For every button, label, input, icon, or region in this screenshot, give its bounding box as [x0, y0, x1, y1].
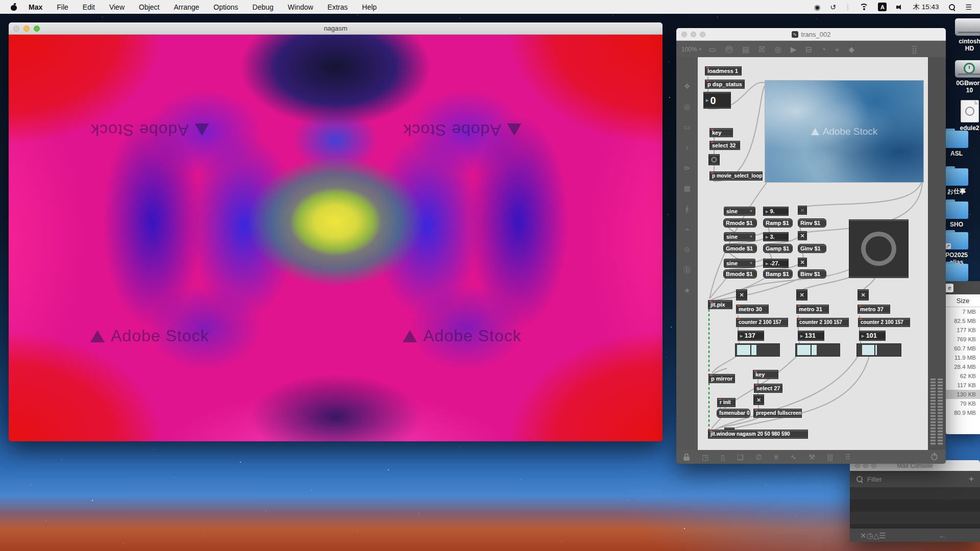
- umenu-green[interactable]: sine▼: [724, 232, 755, 241]
- desktop-icon-oshigoto[interactable]: お仕事: [942, 168, 971, 195]
- jitter-icon[interactable]: ⊳: [684, 164, 690, 171]
- gmode-message[interactable]: Gmode $1: [723, 244, 757, 253]
- wifi-icon[interactable]: [860, 4, 868, 10]
- float-box-red[interactable]: ▶9.: [763, 207, 789, 216]
- plug-icon[interactable]: ⌁: [685, 226, 689, 233]
- clear-console-icon[interactable]: ✕: [860, 532, 867, 539]
- bamp-message[interactable]: Bamp $1: [763, 269, 793, 279]
- file-size-cell[interactable]: 177 KB: [946, 325, 980, 335]
- float-box-blue[interactable]: ▶-27.: [763, 259, 789, 268]
- file-size-cell[interactable]: 82.5 MB: [946, 316, 980, 325]
- favorites-star-icon[interactable]: ★: [684, 287, 691, 294]
- bmode-message[interactable]: Bmode $1: [723, 269, 757, 279]
- comment-icon[interactable]: ▤: [742, 45, 749, 53]
- metro-30-object[interactable]: metro 30: [736, 305, 769, 314]
- notification-center-icon[interactable]: ☰: [965, 4, 972, 11]
- layers-icon[interactable]: ❏: [737, 454, 744, 461]
- kslider-icon[interactable]: ⠿: [845, 454, 850, 461]
- menu-item[interactable]: View: [109, 3, 125, 11]
- desktop-icon-macintosh-hd[interactable]: cintosh HD: [950, 18, 980, 52]
- desktop-icon-asl[interactable]: ASL: [942, 131, 971, 157]
- large-bang-button[interactable]: [849, 219, 909, 278]
- wrench-icon[interactable]: ⚒: [808, 454, 815, 461]
- grid-icon[interactable]: #: [774, 454, 778, 461]
- patcher-frame-icon[interactable]: ▭: [709, 45, 716, 53]
- plus-icon[interactable]: +: [835, 45, 840, 53]
- patcher-canvas[interactable]: loadmess 1 p dsp_status ▶0 key select 32…: [698, 57, 928, 450]
- patchcords-icon[interactable]: ∿: [791, 454, 797, 461]
- clock-icon[interactable]: ◷: [867, 532, 873, 539]
- file-size-cell[interactable]: 130 KB: [946, 390, 980, 399]
- menu-item[interactable]: Extras: [328, 3, 348, 11]
- rmode-message[interactable]: Rmode $1: [723, 218, 757, 228]
- select27-object[interactable]: select 27: [754, 384, 782, 393]
- toggle-metro-3[interactable]: ✕: [857, 289, 869, 300]
- toggle-metro-2[interactable]: ✕: [796, 289, 807, 300]
- gamp-message[interactable]: Gamp $1: [763, 244, 793, 253]
- desktop-icon-schedule[interactable]: edule2: [950, 100, 980, 132]
- vizzie-icon[interactable]: ⊙: [684, 246, 690, 253]
- message-icon[interactable]: ⓜ: [725, 45, 733, 53]
- nagasm-titlebar[interactable]: nagasm: [9, 22, 663, 35]
- filter-input[interactable]: Filter: [867, 475, 882, 483]
- beap-icon[interactable]: ⓑ: [683, 266, 691, 273]
- apple-menu-icon[interactable]: [10, 4, 17, 11]
- back-arrow-icon[interactable]: ←: [939, 532, 946, 539]
- menu-item[interactable]: Debug: [253, 3, 274, 11]
- menu-item[interactable]: Object: [139, 3, 159, 11]
- desktop-icon-po2025[interactable]: ↗ PO2025 alias: [942, 232, 971, 266]
- desktop-icon-folder-partial[interactable]: [942, 264, 971, 283]
- mixer-icon[interactable]: |||: [827, 454, 833, 461]
- desktop-icon-gbwork[interactable]: 0GBwork 10: [950, 60, 980, 94]
- jit-pwindow-preview[interactable]: Adobe Stock: [765, 80, 924, 183]
- toggle-red[interactable]: ✕: [798, 206, 807, 215]
- movie-select-loop-subpatcher[interactable]: p movie_select_loop: [709, 171, 763, 181]
- counter-object-2[interactable]: counter 2 100 157: [797, 318, 849, 327]
- warning-icon[interactable]: △: [873, 532, 879, 539]
- umenu-blue[interactable]: sine▼: [724, 259, 755, 268]
- power-icon[interactable]: [931, 454, 938, 460]
- jit-pix-object[interactable]: jit.pix: [708, 300, 732, 309]
- rinv-message[interactable]: Rinv $1: [798, 218, 826, 228]
- counter-object-1[interactable]: counter 2 100 157: [736, 318, 788, 327]
- button-icon[interactable]: ◎: [775, 45, 781, 53]
- object-grid-icon[interactable]: ⣿: [912, 45, 917, 53]
- key-object[interactable]: key: [709, 128, 733, 137]
- console-log-area[interactable]: [850, 487, 980, 529]
- dsp-status-subpatcher[interactable]: p dsp_status: [705, 80, 745, 89]
- key-object-2[interactable]: key: [753, 370, 778, 379]
- ginv-message[interactable]: Ginv $1: [798, 244, 826, 253]
- screen-record-icon[interactable]: ◉: [814, 4, 820, 11]
- midi-icon[interactable]: ♪: [685, 144, 689, 151]
- toggle-blue[interactable]: ✕: [798, 258, 807, 267]
- time-machine-icon[interactable]: ↺: [830, 4, 836, 11]
- menu-clock[interactable]: 木 15:43: [913, 3, 939, 12]
- bluetooth-icon[interactable]: ᛒ: [846, 4, 850, 11]
- menu-item[interactable]: Edit: [83, 3, 95, 11]
- toggle-fullscreen[interactable]: ✕: [753, 394, 764, 405]
- metro-37-object[interactable]: metro 37: [857, 305, 890, 314]
- menu-item[interactable]: Options: [213, 3, 238, 11]
- float-box-green[interactable]: ▶3.: [763, 232, 789, 241]
- volume-icon[interactable]: [896, 4, 903, 10]
- dial-icon[interactable]: ◔: [821, 45, 826, 53]
- search-field-fragment[interactable]: e: [946, 284, 953, 292]
- max-objects-icon[interactable]: ❖: [684, 83, 691, 90]
- number-box-131[interactable]: ▶131: [798, 331, 824, 341]
- toggle-green[interactable]: ✕: [798, 231, 807, 240]
- patcher-titlebar[interactable]: ∿ trans_002: [676, 28, 946, 41]
- size-column-header[interactable]: Size: [946, 294, 980, 307]
- menu-item[interactable]: Window: [288, 3, 313, 11]
- file-size-cell[interactable]: 11.9 MB: [946, 353, 980, 362]
- rslider-2[interactable]: [795, 343, 840, 357]
- window-icon[interactable]: ▭: [683, 123, 690, 131]
- menu-item[interactable]: Help: [362, 3, 377, 11]
- receive-init-object[interactable]: r init: [717, 398, 736, 407]
- paint-bucket-icon[interactable]: ◆: [849, 45, 855, 53]
- select-tool-icon[interactable]: ◳: [702, 454, 708, 461]
- toggle-metro-1[interactable]: ✕: [736, 289, 747, 300]
- mirror-subpatcher[interactable]: p mirror: [708, 374, 735, 383]
- select32-object[interactable]: select 32: [709, 141, 740, 150]
- image-icon[interactable]: ▦: [683, 185, 690, 192]
- input-source-icon[interactable]: A: [878, 3, 887, 11]
